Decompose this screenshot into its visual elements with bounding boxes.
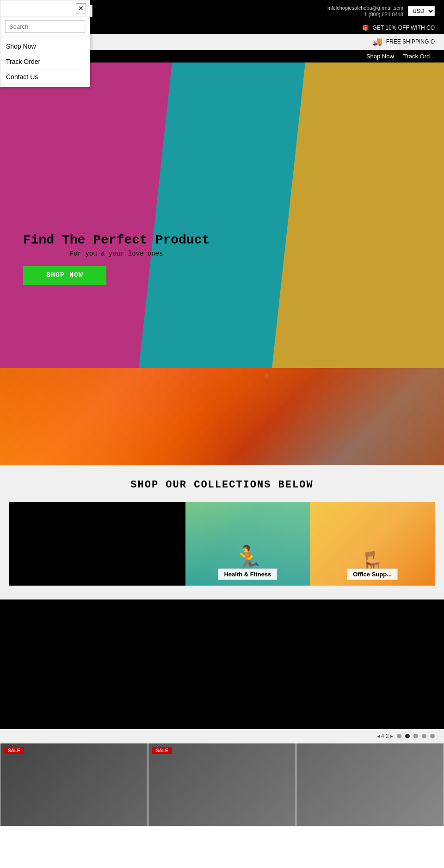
shipping-text: FREE SHIPPING O <box>386 38 435 45</box>
products-section: SALE SALE <box>0 743 444 826</box>
black-section <box>0 599 444 729</box>
office-supply-label: Office Supp... <box>347 568 398 580</box>
collections-left-black <box>9 502 185 586</box>
header-right: mlelchopjesalchopa@g.rmail.scm 1 (800) 8… <box>327 5 435 17</box>
menu-item-shop-now[interactable]: Shop Now <box>0 39 90 54</box>
collection-office-supply[interactable]: 🪑 Office Supp... <box>310 502 435 586</box>
search-input[interactable] <box>5 20 85 33</box>
hero-title: Find The Perfect Product <box>23 233 210 247</box>
menu-item-track-order[interactable]: Track Order <box>0 54 90 69</box>
dot-3[interactable] <box>413 734 418 738</box>
truck-icon: 🚚 <box>372 37 382 47</box>
dot-2[interactable] <box>405 734 410 738</box>
hero-subtitle: For you & your love ones <box>23 250 210 257</box>
pagination-area: ◂ 4 2 ▸ <box>0 729 444 743</box>
product-2-image <box>148 743 296 826</box>
dropdown-menu: ✕ Shop Now Track Order Contact Us <box>0 0 90 87</box>
header-phone: 1 (800) 854-8418 <box>364 12 403 17</box>
sale-badge-1: SALE <box>4 747 24 754</box>
product-3-image <box>296 743 444 826</box>
dot-5[interactable] <box>430 734 435 738</box>
announcement-icon: 🎁 <box>362 25 369 31</box>
pagination-label: ◂ 4 2 ▸ <box>377 733 393 739</box>
hero-content: Find The Perfect Product For you & your … <box>23 233 210 285</box>
currency-selector[interactable]: USD CAD EUR <box>408 6 435 16</box>
product-card-1[interactable]: SALE <box>0 743 148 826</box>
dot-1[interactable] <box>397 734 401 738</box>
health-fitness-label: Health & Fitness <box>218 568 277 580</box>
sale-badge-2: SALE <box>152 747 172 754</box>
nav-track-order[interactable]: Track Ord... <box>403 53 435 60</box>
dot-4[interactable] <box>422 734 426 738</box>
nav-shop-now[interactable]: Shop Now <box>366 53 394 60</box>
geo-section: x <box>0 368 444 465</box>
dropdown-header: ✕ <box>0 0 90 17</box>
collections-section: SHOP OUR COLLECTIONS BELOW 🏃 Health & Fi… <box>0 465 444 599</box>
x-close-button[interactable]: x <box>265 372 268 379</box>
product-1-image <box>0 743 148 826</box>
hero-cta-button[interactable]: SHOP NOW <box>23 266 106 285</box>
menu-item-contact-us[interactable]: Contact Us <box>0 69 90 85</box>
collections-title: SHOP OUR COLLECTIONS BELOW <box>9 479 435 491</box>
product-card-2[interactable]: SALE <box>148 743 296 826</box>
header-email: mlelchopjesalchopa@g.rmail.scm <box>327 5 403 11</box>
hero-section: Find The Perfect Product For you & your … <box>0 62 444 368</box>
menu-items: Shop Now Track Order Contact Us <box>0 37 90 87</box>
product-card-3[interactable] <box>296 743 444 826</box>
collections-grid: 🏃 Health & Fitness 🪑 Office Supp... <box>9 502 435 586</box>
collection-health-fitness[interactable]: 🏃 Health & Fitness <box>185 502 310 586</box>
header-contact: mlelchopjesalchopa@g.rmail.scm 1 (800) 8… <box>327 5 403 17</box>
close-button[interactable]: ✕ <box>76 3 86 13</box>
announcement-text: GET 10% OFF WITH CO <box>373 25 435 31</box>
search-box <box>0 17 90 37</box>
